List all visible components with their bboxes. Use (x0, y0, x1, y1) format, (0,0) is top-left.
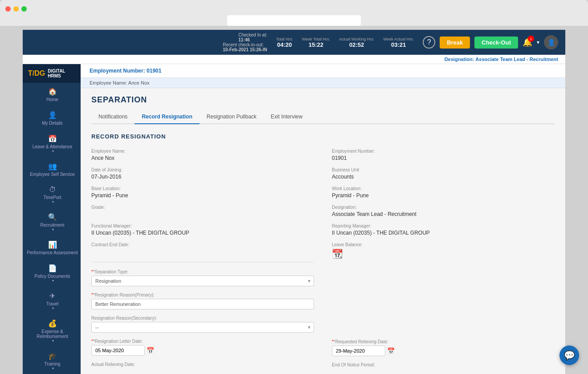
contract-end-value (91, 248, 93, 255)
section-title: RECORD RESIGNATION (91, 133, 555, 140)
resignation-reason-secondary-label: Resignation Reason(Secondary): (91, 316, 314, 321)
sidebar-item-timeport[interactable]: ⏱ TimePort ▾ (23, 181, 81, 208)
employment-number-label: Employment Number: (332, 149, 555, 154)
functional-manager-label: Functional Manager: (91, 224, 314, 228)
chart-icon: 📊 (48, 240, 57, 249)
employee-name-value: Ance Nox (128, 80, 150, 85)
leave-balance-calendar-icon[interactable]: 📆 (332, 249, 343, 259)
sidebar-item-label: Performance Assessment (27, 250, 78, 255)
calendar-icon[interactable]: 📅 (387, 347, 395, 354)
sidebar-item-performance[interactable]: 📊 Performance Assessment (23, 236, 81, 260)
actual-relieving-label: Actual Relieving Date: (91, 362, 314, 367)
resignation-reason-secondary-field[interactable]: Resignation Reason(Secondary): -- ▾ (91, 316, 314, 333)
calendar-icon: 📅 (48, 134, 57, 143)
chevron-down-icon: ▾ (52, 306, 54, 310)
chevron-down-icon: ▾ (52, 339, 54, 343)
sidebar-item-ess[interactable]: 👥 Employee Self Service (23, 158, 81, 181)
sidebar-item-my-details[interactable]: 👤 My Details (23, 106, 81, 130)
break-button[interactable]: Break (440, 37, 470, 49)
employment-number-field: Employment Number: 01901 (332, 149, 555, 161)
chat-button[interactable]: 💬 (559, 346, 579, 365)
notification-badge: 1 (528, 36, 534, 42)
end-of-notice-label: End Of Notice Period: (332, 362, 555, 367)
date-of-joining-field: Date of Joining: 07-Jun-2016 (91, 167, 314, 180)
employee-name-field-value: Ance Nox (91, 155, 114, 161)
chevron-down-icon: ▾ (52, 200, 54, 204)
sidebar-item-policy[interactable]: 📄 Policy Documents ▾ (23, 260, 81, 287)
separation-type-select[interactable]: Resignation (91, 276, 314, 286)
sidebar-item-training[interactable]: 🎓 Training ▾ (23, 347, 81, 374)
top-header: Checked In at: 11:46 Recent check-in-out… (23, 30, 565, 55)
tab-exit-interview[interactable]: Exit Interview (264, 110, 310, 124)
help-button[interactable]: ? (423, 36, 435, 49)
address-bar[interactable] (227, 15, 361, 26)
chat-icon: 💬 (564, 350, 575, 361)
check-in-info: Checked In at: 11:46 Recent check-in-out… (223, 33, 267, 52)
requested-relieving-field[interactable]: **Requested Relieving Date: 📅 (332, 339, 555, 356)
separation-type-label: **Separation Type: (91, 269, 314, 274)
notifications-bell[interactable]: 🔔 1 (523, 37, 532, 47)
clock-icon: ⏱ (49, 186, 56, 194)
work-location-value: Pyramid - Pune (332, 192, 369, 199)
work-location-field: Work Location: Pyramid - Pune (332, 186, 555, 199)
search-icon: 🔍 (48, 213, 57, 221)
avatar[interactable]: 👤 (544, 35, 558, 49)
actual-working-hrs: Actual Working Hrs: 02:52 (339, 37, 374, 48)
end-of-notice-field: End Of Notice Period: (332, 362, 555, 367)
separation-type-field[interactable]: **Separation Type: Resignation ▾ (91, 269, 314, 286)
chevron-down-icon: ▾ (52, 366, 54, 370)
separation-type-select-wrapper[interactable]: Resignation ▾ (91, 276, 314, 286)
form-separator (91, 262, 314, 262)
sidebar-item-label: My Details (42, 121, 63, 126)
resignation-letter-date-input[interactable] (91, 345, 145, 356)
requested-relieving-date-input[interactable] (332, 346, 385, 356)
dropdown-arrow-icon[interactable]: ▾ (537, 39, 539, 45)
money-icon: 💰 (48, 319, 57, 328)
avatar-icon: 👤 (547, 39, 555, 46)
sidebar-item-label: TimePort (43, 195, 61, 200)
designation-value: Associate Team Lead - Recruitment (332, 211, 416, 217)
sidebar-item-label: Employee Self Service (30, 172, 75, 177)
employment-value: 01901 (147, 68, 161, 74)
calendar-icon[interactable]: 📅 (147, 347, 154, 354)
right-form-column: Employment Number: 01901 Business Unit A… (332, 149, 555, 374)
content-area: Employment Number: 01901 Employee Name: … (81, 64, 565, 374)
resignation-reason-primary-input[interactable] (91, 299, 314, 309)
browser-dot-red (5, 6, 11, 12)
week-total-hrs: Week Total Hrs: 15:22 (302, 37, 330, 48)
base-location-field: Base Location: Pyramid - Pune (91, 186, 314, 199)
sidebar-item-expense[interactable]: 💰 Expense & Reimbursement ▾ (23, 315, 81, 347)
business-unit-field: Business Unit Accounts (332, 167, 555, 180)
reporting-manager-field: Reporting Manager: II Uncan (02035) - TH… (332, 224, 555, 236)
requested-relieving-date-wrapper: 📅 (332, 346, 555, 356)
sidebar-item-label: Recruitment (41, 223, 65, 228)
sidebar-item-label: Expense & Reimbursement (27, 329, 78, 339)
sidebar: T/DG DIGITAL HRMS 🏠 Home 👤 My Details 📅 … (23, 64, 81, 374)
reporting-manager-label: Reporting Manager: (332, 224, 555, 228)
checkout-button[interactable]: Check-Out (474, 37, 518, 49)
week-actual-hrs: Week Actual Hrs: 03:21 (383, 37, 414, 48)
designation-bar: Designation: Associate Team Lead - Recru… (23, 55, 565, 64)
doj-value: 07-Jun-2016 (91, 174, 121, 180)
tab-resignation-pullback[interactable]: Resignation Pullback (200, 110, 264, 124)
functional-manager-value: II Uncan (02035) - THE DIGITAL GROUP (91, 230, 189, 236)
leave-balance-label: Leave Balance: (332, 242, 555, 247)
resignation-letter-date-field[interactable]: **Resignation Letter Date: 📅 (91, 339, 314, 356)
page-title: SEPARATION (91, 95, 555, 105)
sidebar-item-label: Home (46, 97, 58, 102)
tab-notifications[interactable]: Notifications (91, 110, 135, 124)
resignation-reason-secondary-wrapper[interactable]: -- ▾ (91, 322, 314, 333)
tab-record-resignation[interactable]: Record Resignation (135, 110, 199, 124)
business-unit-value: Accounts (332, 174, 354, 180)
sidebar-item-home[interactable]: 🏠 Home (23, 83, 81, 106)
resignation-reason-primary-field[interactable]: **Resignation Reason(Primary): (91, 293, 314, 309)
sidebar-item-recruitment[interactable]: 🔍 Recruitment ▾ (23, 208, 81, 236)
browser-dot-green (21, 6, 27, 12)
doj-label: Date of Joining: (91, 167, 314, 172)
resignation-reason-secondary-select[interactable]: -- (91, 322, 314, 333)
sidebar-logo: T/DG DIGITAL HRMS (23, 64, 81, 83)
total-hrs: Total Hrs: 04:20 (276, 37, 293, 48)
designation-label: Designation: (332, 205, 555, 210)
sidebar-item-travel[interactable]: ✈ Travel ▾ (23, 287, 81, 315)
sidebar-item-leave[interactable]: 📅 Leave & Attendance ▾ (23, 130, 81, 158)
